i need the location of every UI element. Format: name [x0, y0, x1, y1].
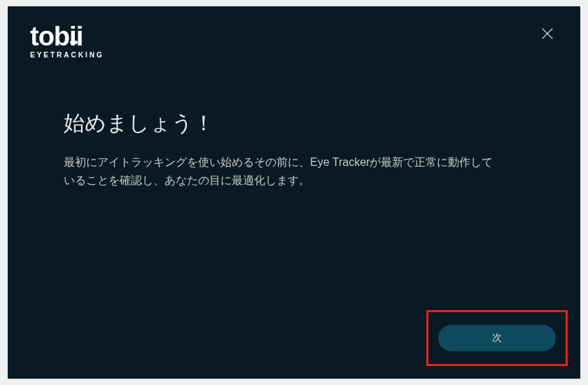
logo-text: tobii — [30, 23, 83, 50]
close-button[interactable] — [537, 23, 558, 47]
dialog-content: 始めましょう！ 最初にアイトラッキングを使い始めるその前に、Eye Tracke… — [30, 59, 558, 189]
logo-dots-icon — [69, 22, 78, 48]
dialog-header: tobii EYETRACKING — [30, 23, 558, 59]
next-button[interactable]: 次 — [438, 325, 556, 351]
page-description: 最初にアイトラッキングを使い始めるその前に、Eye Trackerが最新で正常に… — [64, 153, 498, 189]
highlight-annotation: 次 — [426, 310, 568, 366]
setup-dialog: tobii EYETRACKING 始めましょう！ 最初にアイトラッキングを使い… — [8, 6, 580, 379]
logo-subtitle: EYETRACKING — [30, 51, 104, 59]
tobii-logo: tobii EYETRACKING — [30, 23, 104, 59]
dialog-footer: 次 — [426, 310, 568, 366]
page-title: 始めましょう！ — [64, 109, 524, 138]
close-icon — [540, 26, 555, 41]
